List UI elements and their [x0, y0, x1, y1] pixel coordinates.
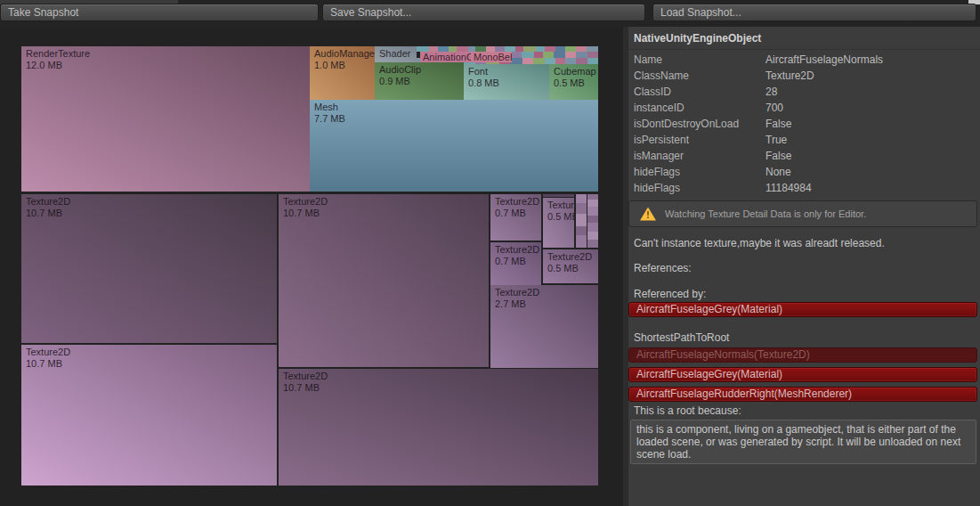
treemap-block-name: Font — [468, 66, 549, 78]
warning-text: Watching Texture Detail Data is only for… — [665, 208, 866, 219]
root-reason-box: this is a component, living on a gameobj… — [630, 420, 976, 464]
treemap-block-size: 10.7 MB — [26, 208, 277, 219]
save-snapshot-button[interactable]: Save Snapshot... — [322, 4, 645, 21]
treemap-mini-block[interactable] — [543, 194, 574, 197]
treemap-mini-block[interactable] — [554, 52, 565, 58]
treemap-block-audiomanager[interactable]: AudioManager1.0 MB — [310, 46, 375, 100]
field-row: isDontDestroyOnLoadFalse — [628, 116, 980, 132]
treemap-block-name: Texture2D — [283, 196, 489, 208]
field-row: ClassNameTexture2D — [628, 68, 980, 84]
treemap-mini-block[interactable] — [545, 58, 555, 64]
treemap-block-texture2d[interactable]: Texture2D0.7 MB — [490, 194, 541, 241]
treemap-block-cubemap[interactable]: Cubemap0.5 MB — [549, 64, 598, 100]
treemap-block-name: Texture2D — [495, 287, 598, 298]
field-value: AircraftFuselageNormals — [765, 53, 883, 66]
treemap-mini-block[interactable] — [576, 58, 587, 64]
shortest-path-list: AircraftFuselageNormals(Texture2D)Aircra… — [628, 347, 977, 406]
treemap-mini-block[interactable] — [587, 52, 598, 58]
treemap-block-texture2d[interactable]: Texture2D10.7 MB — [279, 194, 489, 367]
referenced-by-bar[interactable]: AircraftFuselageGrey(Material) — [628, 302, 977, 317]
treemap-mini-block[interactable] — [576, 235, 587, 248]
field-value: Texture2D — [765, 69, 814, 82]
treemap-block-texture2d[interactable]: Texture2D10.7 MB — [21, 194, 277, 343]
treemap-mini-block[interactable] — [576, 52, 587, 58]
field-label: hideFlags — [634, 164, 765, 180]
field-row: hideFlags11184984 — [628, 180, 980, 196]
field-value: False — [765, 150, 791, 162]
treemap-block-texture2d[interactable]: Texture2D2.7 MB — [490, 285, 598, 368]
treemap-block-size: 10.7 MB — [283, 208, 489, 219]
treemap-block-size: 0.8 MB — [468, 78, 549, 89]
field-label: ClassName — [634, 68, 765, 84]
treemap-block-name: Texture2D — [26, 347, 277, 358]
load-snapshot-button[interactable]: Load Snapshot... — [652, 4, 976, 21]
treemap-mini-block[interactable] — [587, 240, 598, 248]
treemap-mini-block[interactable] — [576, 194, 587, 203]
field-label: instanceID — [634, 100, 765, 116]
treemap-block-monobeh[interactable]: MonoBeh — [471, 52, 512, 62]
treemap-canvas: RenderTexture12.0 MBAudioManager1.0 MBSh… — [0, 27, 623, 506]
treemap-mini-block[interactable] — [587, 216, 598, 223]
path-to-root-bar[interactable]: AircraftFuselageRudderRight(MeshRenderer… — [628, 387, 977, 402]
treemap-block-name: Texture2D — [26, 196, 277, 208]
treemap-block-rendertexture[interactable]: RenderTexture12.0 MB — [21, 46, 310, 192]
treemap-block-size: 0.7 MB — [495, 256, 541, 267]
treemap-mini-block[interactable] — [576, 214, 587, 226]
field-value: False — [765, 118, 791, 130]
treemap-block-size: 10.7 MB — [26, 358, 277, 370]
field-label: isDontDestroyOnLoad — [634, 116, 765, 132]
treemap-block-audioclip[interactable]: AudioClip0.9 MB — [375, 62, 464, 100]
treemap-block-size: 0.5 MB — [547, 211, 574, 223]
treemap-mini-block[interactable] — [522, 58, 533, 64]
field-value: True — [765, 134, 787, 146]
treemap-mini-block[interactable] — [533, 58, 545, 64]
treemap-block-texture2d[interactable]: Texture2D0.5 MB — [543, 198, 574, 248]
treemap-mini-block[interactable] — [511, 52, 522, 58]
treemap-block-animationc[interactable]: AnimationC — [420, 52, 471, 62]
treemap-block-name: Mesh — [314, 102, 598, 113]
treemap-mini-block[interactable] — [543, 52, 554, 58]
treemap-block-size: 7.7 MB — [314, 113, 598, 125]
path-to-root-bar[interactable]: AircraftFuselageNormals(Texture2D) — [628, 347, 977, 363]
field-label: Name — [634, 52, 765, 68]
treemap-mini-block[interactable] — [587, 207, 598, 216]
treemap-mini-block[interactable] — [534, 52, 543, 58]
path-to-root-bar[interactable]: AircraftFuselageGrey(Material) — [628, 367, 977, 382]
treemap-mini-block[interactable] — [587, 200, 598, 207]
object-fields: NameAircraftFuselageNormalsClassNameText… — [628, 52, 980, 196]
treemap-block-name: Cubemap — [554, 66, 598, 78]
treemap-block-mesh[interactable]: Mesh7.7 MB — [310, 100, 598, 192]
treemap-block-texture2d[interactable]: Texture2D10.7 MB — [21, 345, 277, 486]
treemap-mini-block[interactable] — [565, 52, 576, 58]
treemap-block-name: Texture2D — [547, 251, 598, 263]
treemap-mini-block[interactable] — [576, 203, 587, 214]
error-message: Can't instance texture,maybe it was alre… — [634, 237, 885, 249]
field-row: isPersistentTrue — [628, 132, 980, 148]
treemap-mini-block[interactable] — [510, 58, 522, 64]
treemap-block-texture2d[interactable]: Texture2D0.5 MB — [543, 249, 598, 283]
treemap-block-texture2d[interactable]: Texture2D0.7 MB — [490, 242, 541, 285]
inspector-title: NativeUnityEngineObject — [628, 27, 980, 50]
treemap-mini-block[interactable] — [565, 58, 576, 64]
treemap-block-shader[interactable]: Shader — [375, 46, 417, 62]
treemap-mini-block[interactable] — [587, 223, 598, 232]
field-row: NameAircraftFuselageNormals — [628, 52, 980, 68]
field-value: 11184984 — [765, 182, 812, 194]
field-label: hideFlags — [634, 180, 765, 196]
treemap-block-name: Shader — [379, 48, 417, 60]
treemap-mini-block[interactable] — [555, 58, 565, 64]
treemap-block-name: Texture2D — [495, 244, 541, 256]
take-snapshot-button[interactable]: Take Snapshot — [0, 4, 319, 21]
treemap-mini-block[interactable] — [587, 232, 598, 240]
treemap-mini-block[interactable] — [587, 58, 598, 64]
field-label: isManager — [634, 148, 765, 164]
treemap-mini-block[interactable] — [522, 52, 534, 58]
treemap-block-size: 1.0 MB — [314, 60, 375, 71]
treemap-block-font[interactable]: Font0.8 MB — [464, 64, 549, 100]
referenced-by-label: Referenced by: — [634, 288, 706, 300]
treemap-block-name: RenderTexture — [26, 48, 310, 60]
treemap-block-texture2d[interactable]: Texture2D10.7 MB — [279, 369, 598, 486]
treemap-block-size: 0.5 MB — [554, 78, 598, 89]
warning-icon — [640, 208, 656, 221]
treemap-mini-block[interactable] — [576, 226, 587, 235]
